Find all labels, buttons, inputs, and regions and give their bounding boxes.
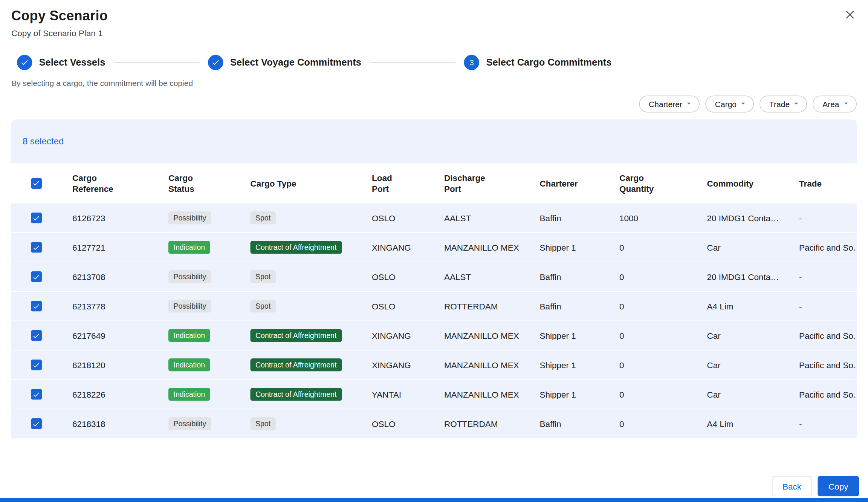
cargo-status-badge: Indication xyxy=(168,388,210,401)
trade-cell: Pacific and So… xyxy=(788,390,857,399)
cargo-type-cell: Contract of Affreightment xyxy=(239,358,361,372)
step-label: Select Voyage Commitments xyxy=(230,57,361,68)
load-port-cell: OSLO xyxy=(361,419,433,429)
row-checkbox[interactable] xyxy=(31,301,42,312)
cargo-status-badge: Indication xyxy=(168,241,210,254)
select-all-checkbox[interactable] xyxy=(31,178,42,189)
dialog-header: Copy Scenario Copy of Scenario Plan 1 xyxy=(0,0,868,38)
header-checkbox-cell xyxy=(11,178,61,189)
table-row[interactable]: 6218318PossibilitySpotOSLOROTTERDAMBaffi… xyxy=(11,409,857,438)
commodity-cell: Car xyxy=(696,360,788,370)
chevron-down-icon xyxy=(739,99,748,110)
cargo-reference-cell: 6213708 xyxy=(61,272,157,282)
filter-area-dropdown[interactable]: Area xyxy=(813,96,857,113)
cargo-status-badge: Possibility xyxy=(168,300,211,313)
discharge-port-cell: ROTTERDAM xyxy=(433,302,529,311)
cargo-type-cell: Spot xyxy=(239,300,361,313)
table-row[interactable]: 6126723PossibilitySpotOSLOAALSTBaffin100… xyxy=(11,203,857,233)
stepper: Select VesselsSelect Voyage Commitments3… xyxy=(17,55,868,70)
dialog-footer: Back Copy xyxy=(0,476,859,496)
charterer-cell: Baffin xyxy=(529,272,608,282)
commodity-cell: Car xyxy=(696,331,788,341)
copy-scenario-dialog: Copy Scenario Copy of Scenario Plan 1 Se… xyxy=(0,0,868,502)
column-header: Cargo Type xyxy=(239,178,361,189)
row-checkbox[interactable] xyxy=(31,271,42,282)
step-number-badge: 3 xyxy=(464,55,480,70)
discharge-port-cell: AALST xyxy=(433,213,529,223)
copy-button[interactable]: Copy xyxy=(818,476,859,496)
cargo-commitments-table: 8 selected CargoReferenceCargoStatusCarg… xyxy=(11,119,857,474)
cargo-status-badge: Indication xyxy=(168,358,210,372)
trade-cell: - xyxy=(788,213,857,223)
cargo-quantity-cell: 0 xyxy=(608,272,696,282)
load-port-cell: YANTAI xyxy=(361,390,433,399)
cargo-quantity-cell: 0 xyxy=(608,419,696,429)
filter-charterer-dropdown[interactable]: Charterer xyxy=(639,96,700,113)
cargo-status-badge: Indication xyxy=(168,329,210,342)
load-port-cell: OSLO xyxy=(361,302,433,311)
discharge-port-cell: MANZANILLO MEX xyxy=(433,331,529,341)
filter-label: Cargo xyxy=(715,99,737,109)
close-icon[interactable] xyxy=(842,7,858,23)
load-port-cell: XINGANG xyxy=(361,331,433,341)
commodity-cell: 20 IMDG1 Conta… xyxy=(696,272,788,282)
filter-label: Trade xyxy=(769,99,790,109)
commodity-cell: A4 Lim xyxy=(696,302,788,311)
table-row[interactable]: 6127721IndicationContract of Affreightme… xyxy=(11,233,857,262)
charterer-cell: Shipper 1 xyxy=(529,390,608,399)
commodity-cell: Car xyxy=(696,390,788,399)
cargo-status-cell: Indication xyxy=(157,329,239,342)
cargo-reference-cell: 6126723 xyxy=(61,213,157,223)
chevron-down-icon xyxy=(685,99,694,110)
cargo-type-badge: Contract of Affreightment xyxy=(251,329,342,342)
stepper-step[interactable]: 3Select Cargo Commitments xyxy=(464,55,612,70)
filter-cargo-dropdown[interactable]: Cargo xyxy=(705,96,754,113)
table-row[interactable]: 6218226IndicationContract of Affreightme… xyxy=(11,380,857,409)
cargo-type-cell: Contract of Affreightment xyxy=(239,241,361,254)
cargo-quantity-cell: 0 xyxy=(608,243,696,253)
row-checkbox[interactable] xyxy=(31,360,42,370)
cargo-reference-cell: 6213778 xyxy=(61,302,157,311)
cargo-type-cell: Contract of Affreightment xyxy=(239,329,361,342)
stepper-step[interactable]: Select Voyage Commitments xyxy=(208,55,361,70)
chevron-down-icon xyxy=(792,99,801,110)
stepper-step[interactable]: Select Vessels xyxy=(17,55,105,70)
row-checkbox[interactable] xyxy=(31,330,42,341)
cargo-type-badge: Contract of Affreightment xyxy=(251,358,342,372)
table-row[interactable]: 6217649IndicationContract of Affreightme… xyxy=(11,321,857,350)
row-checkbox-cell xyxy=(11,242,61,253)
cargo-reference-cell: 6218120 xyxy=(61,360,157,370)
row-checkbox[interactable] xyxy=(31,213,42,223)
charterer-cell: Shipper 1 xyxy=(529,243,608,253)
back-button[interactable]: Back xyxy=(772,476,812,496)
bottom-accent-bar xyxy=(0,498,868,502)
trade-cell: - xyxy=(788,302,857,311)
column-header: LoadPort xyxy=(361,173,433,194)
cargo-type-cell: Spot xyxy=(239,270,361,283)
row-checkbox[interactable] xyxy=(31,242,42,253)
column-header: Commodity xyxy=(696,178,788,189)
cargo-type-cell: Spot xyxy=(239,417,361,430)
cargo-status-cell: Possibility xyxy=(157,270,239,283)
row-checkbox[interactable] xyxy=(31,418,42,429)
trade-cell: - xyxy=(788,419,857,429)
cargo-quantity-cell: 0 xyxy=(608,302,696,311)
cargo-status-cell: Indication xyxy=(157,241,239,254)
step-complete-check-icon xyxy=(208,55,223,70)
trade-cell: Pacific and So… xyxy=(788,331,857,341)
table-row[interactable]: 6213778PossibilitySpotOSLOROTTERDAMBaffi… xyxy=(11,291,857,321)
selected-count: 8 selected xyxy=(23,136,64,147)
step-label: Select Cargo Commitments xyxy=(486,57,611,68)
row-checkbox-cell xyxy=(11,360,61,370)
commodity-cell: Car xyxy=(696,243,788,253)
column-header: CargoReference xyxy=(61,173,157,194)
selection-hint: By selecting a cargo, the commitment wil… xyxy=(11,79,868,88)
filter-trade-dropdown[interactable]: Trade xyxy=(760,96,807,113)
row-checkbox[interactable] xyxy=(31,389,42,400)
table-row[interactable]: 6218120IndicationContract of Affreightme… xyxy=(11,350,857,380)
cargo-status-cell: Indication xyxy=(157,388,239,401)
cargo-type-badge: Spot xyxy=(251,211,276,225)
charterer-cell: Baffin xyxy=(529,419,608,429)
table-row[interactable]: 6213708PossibilitySpotOSLOAALSTBaffin020… xyxy=(11,262,857,291)
load-port-cell: OSLO xyxy=(361,213,433,223)
